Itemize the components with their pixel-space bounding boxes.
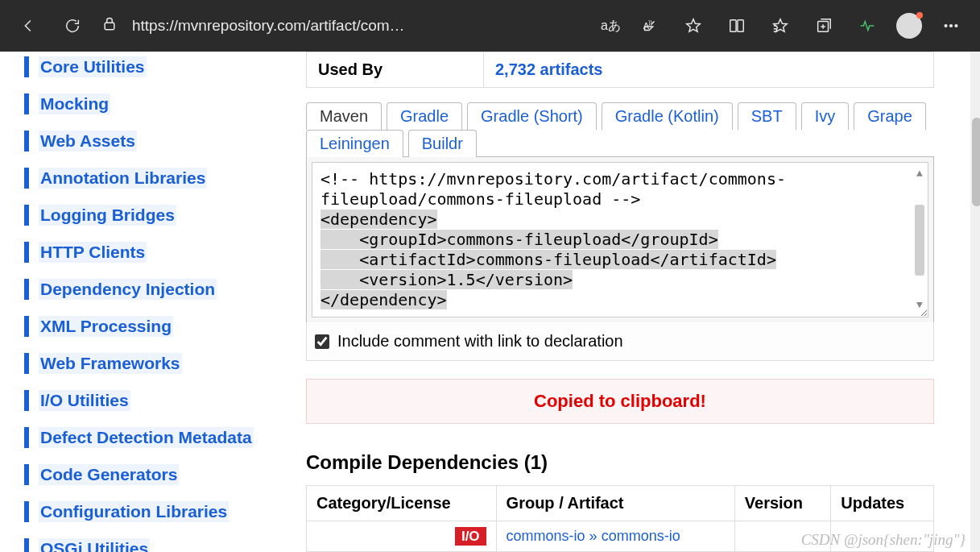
tab-gradle[interactable]: Gradle bbox=[387, 102, 462, 130]
snippet-comment: <!-- https://mvnrepository.com/artifact/… bbox=[320, 169, 786, 209]
snippet-scrollbar[interactable]: ▲ ▼ bbox=[913, 168, 926, 312]
compile-dependencies-heading: Compile Dependencies (1) bbox=[306, 451, 972, 474]
sidebar-item-label: Mocking bbox=[39, 93, 110, 114]
url-text: https://mvnrepository.com/artifact/com… bbox=[132, 17, 405, 35]
sidebar-item-label: OSGi Utilities bbox=[39, 538, 150, 552]
collections-icon[interactable] bbox=[809, 11, 838, 40]
snippet-line: <groupId>commons-fileupload</groupId> bbox=[320, 230, 718, 249]
col-version: Version bbox=[734, 486, 831, 521]
build-tool-tabs-row2: Leiningen Buildr bbox=[306, 130, 934, 157]
build-tool-tabs: Maven Gradle Gradle (Short) Gradle (Kotl… bbox=[306, 102, 934, 130]
copied-banner: Copied to clipboard! bbox=[306, 379, 934, 424]
svg-rect-3 bbox=[730, 20, 736, 32]
include-comment-label: Include comment with link to declaration bbox=[337, 332, 623, 351]
sidebar-item-mocking[interactable]: Mocking bbox=[24, 93, 306, 114]
sidebar-item-label: Defect Detection Metadata bbox=[39, 427, 254, 448]
sidebar-item-web-frameworks[interactable]: Web Frameworks bbox=[24, 353, 306, 374]
svg-text:)): )) bbox=[648, 19, 652, 26]
sidebar-item-osgi-utilities[interactable]: OSGi Utilities bbox=[24, 538, 306, 552]
favorite-icon[interactable] bbox=[679, 11, 708, 40]
sidebar-item-http-clients[interactable]: HTTP Clients bbox=[24, 242, 306, 263]
sidebar-item-io-utilities[interactable]: I/O Utilities bbox=[24, 390, 306, 411]
tab-sbt[interactable]: SBT bbox=[738, 102, 796, 130]
scroll-down-icon[interactable]: ▼ bbox=[916, 299, 923, 312]
menu-icon[interactable] bbox=[937, 11, 966, 40]
sidebar-item-label: HTTP Clients bbox=[39, 242, 147, 263]
sidebar-item-label: Dependency Injection bbox=[39, 279, 217, 300]
sidebar-item-core-utilities[interactable]: Core Utilities bbox=[24, 56, 306, 77]
tab-gradle-kotlin[interactable]: Gradle (Kotlin) bbox=[602, 102, 733, 130]
page-body: Core Utilities Mocking Web Assets Annota… bbox=[0, 52, 980, 552]
favorites-list-icon[interactable] bbox=[766, 11, 795, 40]
col-updates: Updates bbox=[831, 486, 934, 521]
sidebar-item-label: Annotation Libraries bbox=[39, 168, 207, 189]
used-by-link[interactable]: 2,732 artifacts bbox=[495, 60, 602, 78]
artifact-info-table: Used By 2,732 artifacts bbox=[306, 52, 934, 88]
snippet-line: <artifactId>commons-fileupload</artifact… bbox=[320, 250, 776, 269]
scroll-up-icon[interactable]: ▲ bbox=[916, 168, 923, 181]
address-bar[interactable]: https://mvnrepository.com/artifact/com… bbox=[101, 16, 586, 35]
lock-icon bbox=[101, 16, 118, 35]
sidebar-item-xml-processing[interactable]: XML Processing bbox=[24, 316, 306, 337]
col-group-artifact: Group / Artifact bbox=[496, 486, 734, 521]
svg-rect-0 bbox=[105, 23, 114, 29]
sidebar-item-label: I/O Utilities bbox=[39, 390, 130, 411]
include-comment-checkbox[interactable] bbox=[315, 334, 329, 349]
read-aloud-icon[interactable]: A)) bbox=[635, 11, 664, 40]
page-scrollbar[interactable] bbox=[970, 52, 980, 552]
snippet-line: <dependency> bbox=[320, 210, 437, 229]
copied-text: Copied to clipboard! bbox=[534, 391, 706, 411]
snippet-container: <!-- https://mvnrepository.com/artifact/… bbox=[306, 156, 934, 323]
svg-point-7 bbox=[950, 25, 953, 27]
col-category: Category/License bbox=[307, 486, 497, 521]
back-button[interactable] bbox=[14, 11, 43, 40]
sidebar-item-label: Code Generators bbox=[39, 464, 179, 485]
sidebar-item-dependency-injection[interactable]: Dependency Injection bbox=[24, 279, 306, 300]
sidebar: Core Utilities Mocking Web Assets Annota… bbox=[0, 52, 306, 552]
sidebar-item-web-assets[interactable]: Web Assets bbox=[24, 131, 306, 151]
browser-actions: aあ A)) bbox=[601, 11, 966, 40]
tab-grape[interactable]: Grape bbox=[854, 102, 926, 130]
tab-maven[interactable]: Maven bbox=[306, 102, 382, 130]
browser-chrome: https://mvnrepository.com/artifact/com… … bbox=[0, 0, 980, 52]
tab-leiningen[interactable]: Leiningen bbox=[306, 130, 403, 157]
sidebar-item-label: Logging Bridges bbox=[39, 205, 176, 226]
snippet-line: </dependency> bbox=[320, 290, 447, 309]
snippet-line: <version>1.5</version> bbox=[320, 270, 573, 289]
svg-rect-4 bbox=[738, 20, 743, 32]
watermark: CSDN @json{shen:"jing"} bbox=[801, 531, 966, 549]
include-comment-row[interactable]: Include comment with link to declaration bbox=[306, 322, 934, 361]
svg-point-8 bbox=[955, 25, 957, 27]
split-screen-icon[interactable] bbox=[722, 11, 751, 40]
sidebar-item-label: XML Processing bbox=[39, 316, 173, 337]
sidebar-item-label: Configuration Libraries bbox=[39, 501, 229, 522]
tab-buildr[interactable]: Buildr bbox=[408, 130, 477, 157]
performance-icon[interactable] bbox=[853, 11, 882, 40]
tab-gradle-short[interactable]: Gradle (Short) bbox=[467, 102, 597, 130]
refresh-button[interactable] bbox=[58, 11, 87, 40]
sidebar-item-annotation-libraries[interactable]: Annotation Libraries bbox=[24, 168, 306, 189]
artifact-link[interactable]: commons-io » commons-io bbox=[507, 528, 680, 544]
sidebar-item-logging-bridges[interactable]: Logging Bridges bbox=[24, 205, 306, 226]
io-badge: I/O bbox=[455, 527, 486, 546]
translate-icon[interactable]: aあ bbox=[601, 11, 621, 40]
sidebar-item-defect-detection[interactable]: Defect Detection Metadata bbox=[24, 427, 306, 448]
dependency-snippet[interactable]: <!-- https://mvnrepository.com/artifact/… bbox=[312, 162, 928, 318]
sidebar-item-code-generators[interactable]: Code Generators bbox=[24, 464, 306, 485]
sidebar-item-label: Web Assets bbox=[39, 131, 137, 151]
sidebar-item-label: Core Utilities bbox=[39, 56, 147, 77]
sidebar-item-label: Web Frameworks bbox=[39, 353, 182, 374]
scrollbar-thumb[interactable] bbox=[972, 118, 980, 206]
sidebar-item-configuration-libraries[interactable]: Configuration Libraries bbox=[24, 501, 306, 522]
profile-avatar[interactable] bbox=[896, 13, 922, 39]
tab-ivy[interactable]: Ivy bbox=[801, 102, 850, 130]
svg-point-6 bbox=[945, 25, 947, 27]
main-content: Used By 2,732 artifacts Maven Gradle Gra… bbox=[306, 52, 980, 552]
used-by-label: Used By bbox=[307, 52, 484, 88]
